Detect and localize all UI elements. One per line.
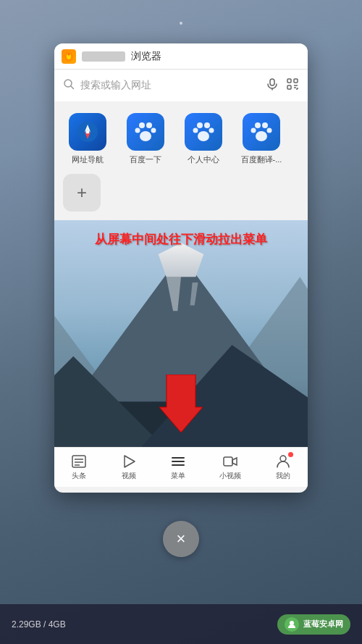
quick-label-baidu1: 百度一下 [130,154,161,165]
user-icon [275,453,291,469]
nav-item-small-video[interactable]: 小视频 [219,453,241,481]
svg-rect-9 [287,85,291,89]
svg-point-22 [140,131,151,141]
svg-rect-5 [270,79,274,85]
svg-point-20 [135,128,140,133]
svg-marker-49 [125,456,135,467]
svg-point-21 [151,128,156,133]
quick-access-grid: 网址导航 百度一下 [54,101,308,174]
browser-content: 从屏幕中间处往下滑动拉出菜单 [54,220,308,447]
search-bar[interactable]: 搜索或输入网址 [54,70,308,101]
browser-title-placeholder [82,51,125,62]
svg-point-25 [193,128,198,133]
top-dot [180,22,182,25]
watermark-text: 蓝莓安卓网 [303,619,343,630]
quick-item-baidu1[interactable]: 百度一下 [121,113,170,165]
svg-point-19 [146,122,152,128]
quick-item-translate[interactable]: 百度翻译-... [237,113,286,165]
quick-label-nav: 网址导航 [72,154,104,165]
nav-item-headlines[interactable]: 头条 [71,453,87,481]
svg-marker-44 [159,375,203,432]
baidu-paw-2 [185,113,222,151]
watermark-icon [285,617,299,632]
svg-point-26 [209,128,214,133]
user-notification-dot [288,452,293,457]
svg-point-55 [280,456,286,461]
nav-label-video: 视频 [122,471,136,481]
svg-rect-7 [287,79,291,83]
scan-icon[interactable] [286,78,299,93]
baidu-paw-3 [243,113,280,151]
quick-item-nav[interactable]: 网址导航 [63,113,112,165]
small-video-icon [222,453,238,469]
svg-point-30 [251,128,256,133]
quick-icon-personal [185,113,222,151]
quick-icon-baidu1 [127,113,164,151]
nav-item-menu[interactable]: 菜单 [170,453,186,481]
svg-point-24 [204,122,210,128]
nav-label-small-video: 小视频 [219,471,241,481]
quick-icon-translate [243,113,280,151]
nav-label-menu: 菜单 [171,471,185,481]
svg-point-28 [255,122,261,128]
svg-point-2 [68,53,70,55]
nav-label-mine: 我的 [276,471,290,481]
svg-marker-54 [232,458,237,465]
search-actions [266,78,299,93]
browser-title-text: 浏览器 [131,50,161,63]
browser-favicon [62,49,76,64]
play-icon [121,453,137,469]
svg-point-32 [256,131,267,141]
quick-label-translate: 百度翻译-... [241,154,282,165]
browser-bottom-nav: 头条 视频 菜单 [54,447,308,487]
svg-line-4 [71,86,74,89]
browser-window: 浏览器 搜索或输入网址 [54,43,308,493]
nav-label-headlines: 头条 [72,471,86,481]
add-bookmark-button[interactable]: + [63,174,101,212]
svg-point-29 [262,122,268,128]
instruction-text: 从屏幕中间处往下滑动拉出菜单 [62,231,300,248]
headline-icon [71,453,87,469]
menu-icon [170,453,186,469]
watermark-badge: 蓝莓安卓网 [277,614,350,635]
nav-item-mine[interactable]: 我的 [275,453,291,481]
svg-rect-53 [224,457,232,466]
quick-label-personal: 个人中心 [188,154,219,165]
search-icon [63,78,75,93]
plus-icon: + [77,183,87,203]
svg-point-27 [198,131,209,141]
svg-point-18 [139,122,145,128]
mic-icon[interactable] [266,78,279,93]
svg-point-23 [197,122,203,128]
quick-item-personal[interactable]: 个人中心 [179,113,228,165]
red-arrow [159,375,203,432]
bottom-info-bar: 2.29GB / 4GB 蓝莓安卓网 [0,604,362,644]
nav-item-video[interactable]: 视频 [121,453,137,481]
svg-point-31 [267,128,272,133]
close-button[interactable]: × [163,521,199,557]
storage-text: 2.29GB / 4GB [12,619,66,630]
quick-icon-nav [69,113,106,151]
svg-rect-8 [294,79,298,83]
search-placeholder[interactable]: 搜索或输入网址 [80,79,260,92]
baidu-paw-1 [127,113,164,151]
svg-point-17 [86,130,90,134]
browser-title-bar: 浏览器 [54,43,308,70]
